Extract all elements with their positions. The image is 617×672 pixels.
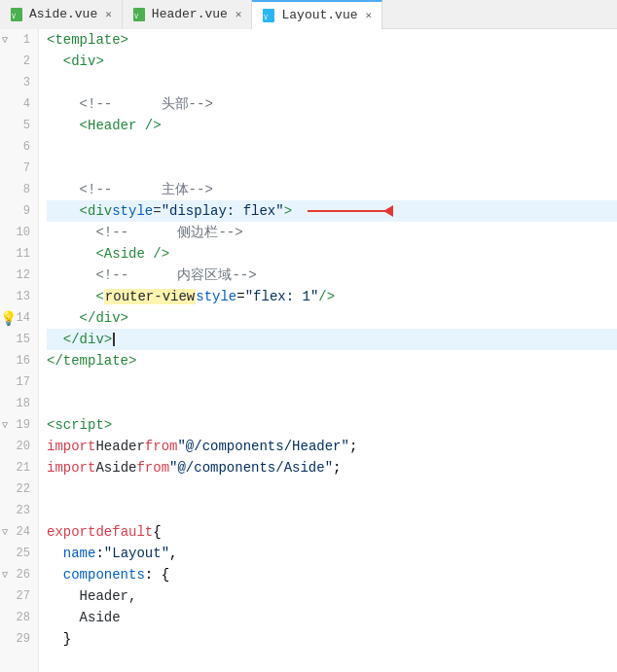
fold-icon-1[interactable]: ▽ <box>2 34 8 46</box>
code-line-13: <router-view style="flex: 1"/> <box>47 286 617 307</box>
gutter-20: 20 <box>0 436 38 457</box>
tab-header-label: Header.vue <box>152 7 228 21</box>
gutter-16: 16 <box>0 350 38 371</box>
layout-file-icon: V <box>262 9 275 22</box>
gutter-7: 7 <box>0 158 38 179</box>
gutter-18: 18 <box>0 393 38 414</box>
gutter-17: 17 <box>0 371 38 393</box>
gutter-19: ▽ 19 <box>0 414 38 436</box>
gutter-26: ▽ 26 <box>0 564 38 585</box>
code-line-20: import Header from "@/components/Header"… <box>47 436 617 457</box>
gutter-15: 15 <box>0 329 38 350</box>
gutter-5: 5 <box>0 115 38 136</box>
code-line-7 <box>47 158 617 179</box>
code-line-24: export default { <box>47 521 617 543</box>
text-cursor <box>113 333 115 346</box>
code-line-2: <div> <box>47 51 617 72</box>
tab-layout-close[interactable]: ✕ <box>366 9 373 21</box>
code-editor: ▽ 1 2 3 4 5 6 7 8 9 10 11 <box>0 29 617 672</box>
gutter-9: 9 <box>0 200 38 222</box>
lightbulb-icon[interactable]: 💡 <box>0 310 17 327</box>
gutter-14: 💡 14 <box>0 307 38 329</box>
arrow-line <box>308 210 385 212</box>
gutter-13: 13 <box>0 286 38 307</box>
gutter-6: 6 <box>0 136 38 158</box>
code-line-9: <div style="display: flex"> <box>47 200 617 222</box>
arrow-head <box>383 205 393 217</box>
code-line-27: Header, <box>47 585 617 607</box>
router-view-tag: router-view <box>104 289 196 304</box>
code-line-6 <box>47 136 617 158</box>
aside-file-icon: V <box>10 8 23 21</box>
comment-body: <!-- 主体--> <box>80 181 213 198</box>
gutter-23: 23 <box>0 500 38 521</box>
code-line-17 <box>47 371 617 393</box>
gutter-8: 8 <box>0 179 38 200</box>
code-line-26: components: { <box>47 564 617 585</box>
gutter-22: 22 <box>0 478 38 500</box>
header-file-icon: V <box>132 8 146 21</box>
tab-aside[interactable]: V Aside.vue ✕ <box>0 0 123 29</box>
gutter-10: 10 <box>0 222 38 243</box>
gutter-27: 27 <box>0 585 38 607</box>
code-line-28: Aside <box>47 607 617 628</box>
gutter-24: ▽ 24 <box>0 521 38 543</box>
comment-sidebar: <!-- 侧边栏--> <box>95 224 242 241</box>
code-text <box>47 53 63 69</box>
code-line-18 <box>47 393 617 414</box>
code-content[interactable]: <template> <div> <!-- 头部--> <Header /> <… <box>39 29 617 672</box>
gutter-11: 11 <box>0 243 38 265</box>
code-line-21: import Aside from "@/components/Aside"; <box>47 457 617 478</box>
gutter-4: 4 <box>0 93 38 115</box>
gutter-3: 3 <box>0 72 38 93</box>
code-line-29: } <box>47 628 617 650</box>
code-line-25: name: "Layout", <box>47 543 617 564</box>
code-line-1: <template> <box>47 29 617 51</box>
comment-header: <!-- 头部--> <box>80 95 213 113</box>
gutter-25: 25 <box>0 543 38 564</box>
tab-aside-label: Aside.vue <box>29 7 97 21</box>
line-gutter: ▽ 1 2 3 4 5 6 7 8 9 10 11 <box>0 29 39 672</box>
code-line-16: </template> <box>47 350 617 371</box>
red-arrow <box>308 205 393 217</box>
code-text: <template> <box>47 32 128 48</box>
code-line-10: <!-- 侧边栏--> <box>47 222 617 243</box>
tab-layout-label: Layout.vue <box>281 8 357 22</box>
code-line-8: <!-- 主体--> <box>47 179 617 200</box>
code-line-14: </div> <box>47 307 617 329</box>
gutter-2: 2 <box>0 51 38 72</box>
gutter-21: 21 <box>0 457 38 478</box>
tab-layout[interactable]: V Layout.vue ✕ <box>252 0 382 29</box>
tab-header-close[interactable]: ✕ <box>236 8 242 20</box>
fold-icon-19[interactable]: ▽ <box>2 419 8 431</box>
gutter-29: 29 <box>0 628 38 650</box>
code-line-11: <Aside /> <box>47 243 617 265</box>
fold-icon-26[interactable]: ▽ <box>2 569 8 581</box>
code-line-22 <box>47 478 617 500</box>
gutter-28: 28 <box>0 607 38 628</box>
gutter-1: ▽ 1 <box>0 29 38 51</box>
gutter-12: 12 <box>0 265 38 286</box>
tab-header[interactable]: V Header.vue ✕ <box>123 0 253 29</box>
code-line-15: </div> <box>47 329 617 350</box>
code-line-12: <!-- 内容区域--> <box>47 265 617 286</box>
code-line-23 <box>47 500 617 521</box>
code-line-3 <box>47 72 617 93</box>
tab-bar: V Aside.vue ✕ V Header.vue ✕ V Layout.vu… <box>0 0 617 29</box>
comment-content: <!-- 内容区域--> <box>95 266 256 284</box>
code-line-19: <script> <box>47 414 617 436</box>
code-line-4: <!-- 头部--> <box>47 93 617 115</box>
fold-icon-24[interactable]: ▽ <box>2 526 8 538</box>
tab-aside-close[interactable]: ✕ <box>105 8 112 20</box>
code-line-5: <Header /> <box>47 115 617 136</box>
